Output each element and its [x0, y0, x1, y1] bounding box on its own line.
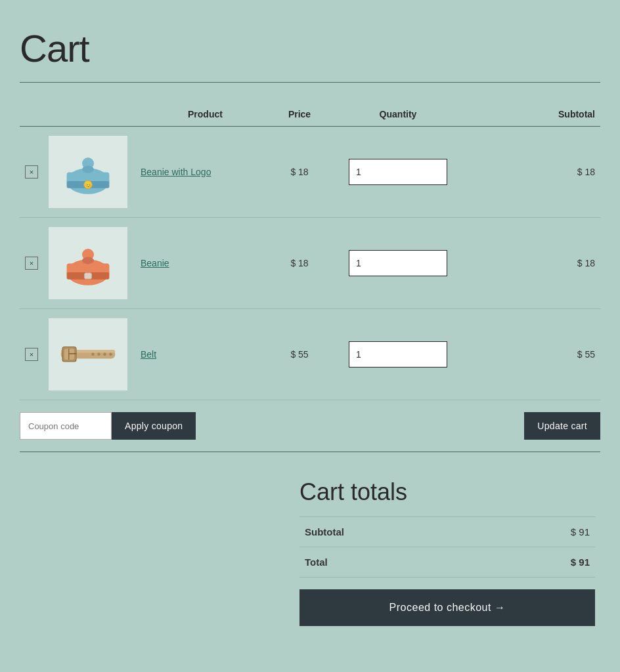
- top-divider: [20, 82, 600, 83]
- remove-button-3[interactable]: ×: [25, 348, 38, 361]
- col-header-quantity: Quantity: [332, 102, 464, 127]
- quantity-input-3[interactable]: [349, 341, 447, 368]
- subtotal-3: $ 55: [577, 349, 595, 360]
- col-header-remove: [20, 102, 43, 127]
- coupon-input[interactable]: [20, 412, 112, 440]
- total-label: Total: [299, 547, 485, 578]
- svg-point-21: [103, 352, 106, 356]
- subtotal-value: $ 91: [485, 517, 595, 547]
- col-header-image: [43, 102, 135, 127]
- price-cell-1: $ 18: [267, 127, 332, 218]
- svg-text:😊: 😊: [85, 182, 91, 188]
- quantity-input-1[interactable]: [349, 159, 447, 185]
- remove-button-2[interactable]: ×: [25, 257, 38, 270]
- col-header-price: Price: [267, 102, 332, 127]
- product-image-belt: [58, 327, 118, 383]
- product-image-wrap-2: [49, 227, 127, 299]
- product-image-wrap-3: [49, 318, 127, 390]
- subtotal-cell-3: $ 55: [464, 309, 600, 400]
- quantity-cell-3: [332, 309, 464, 400]
- product-link-3[interactable]: Belt: [141, 349, 156, 360]
- table-row: ×: [20, 309, 600, 400]
- product-name-cell-3: Belt: [135, 309, 267, 400]
- product-name-cell-2: Beanie: [135, 218, 267, 309]
- apply-coupon-button[interactable]: Apply coupon: [112, 412, 196, 440]
- remove-cell-2: ×: [20, 218, 43, 309]
- price-cell-2: $ 18: [267, 218, 332, 309]
- image-cell-3: [43, 309, 135, 400]
- svg-point-11: [82, 257, 94, 264]
- product-link-1[interactable]: Beanie with Logo: [141, 167, 211, 177]
- svg-point-20: [97, 352, 100, 356]
- table-row: ×: [20, 218, 600, 309]
- svg-point-22: [109, 352, 112, 356]
- product-image-beanie-logo: 😊: [58, 144, 118, 200]
- price-3: $ 55: [290, 349, 308, 360]
- col-header-subtotal: Subtotal: [464, 102, 600, 127]
- svg-point-4: [82, 165, 94, 173]
- image-cell-1: 😊: [43, 127, 135, 218]
- col-header-product: Product: [135, 102, 267, 127]
- update-cart-button[interactable]: Update cart: [524, 412, 600, 440]
- total-row: Total $ 91: [299, 547, 595, 578]
- remove-cell-1: ×: [20, 127, 43, 218]
- quantity-cell-2: [332, 218, 464, 309]
- totals-table: Subtotal $ 91 Total $ 91: [299, 516, 595, 578]
- remove-button-1[interactable]: ×: [25, 165, 38, 178]
- page-title: Cart: [20, 26, 600, 70]
- remove-cell-3: ×: [20, 309, 43, 400]
- subtotal-label: Subtotal: [299, 517, 485, 547]
- price-1: $ 18: [290, 167, 308, 177]
- image-cell-2: [43, 218, 135, 309]
- price-2: $ 18: [290, 258, 308, 268]
- cart-totals-inner: Cart totals Subtotal $ 91 Total $ 91 Pro…: [299, 478, 595, 626]
- cart-table: Product Price Quantity Subtotal ×: [20, 102, 600, 400]
- subtotal-row: Subtotal $ 91: [299, 517, 595, 547]
- product-image-beanie: [58, 236, 118, 291]
- price-cell-3: $ 55: [267, 309, 332, 400]
- cart-totals-title: Cart totals: [299, 478, 595, 506]
- total-value: $ 91: [485, 547, 595, 578]
- subtotal-cell-1: $ 18: [464, 127, 600, 218]
- subtotal-cell-2: $ 18: [464, 218, 600, 309]
- svg-point-19: [91, 352, 95, 356]
- cart-totals-section: Cart totals Subtotal $ 91 Total $ 91 Pro…: [20, 478, 600, 626]
- subtotal-1: $ 18: [577, 167, 595, 177]
- svg-rect-12: [85, 272, 92, 278]
- table-row: ×: [20, 127, 600, 218]
- cart-actions: Apply coupon Update cart: [20, 400, 600, 452]
- quantity-cell-1: [332, 127, 464, 218]
- product-link-2[interactable]: Beanie: [141, 258, 169, 268]
- product-image-wrap-1: 😊: [49, 136, 127, 208]
- product-name-cell-1: Beanie with Logo: [135, 127, 267, 218]
- checkout-button[interactable]: Proceed to checkout →: [299, 589, 595, 626]
- subtotal-2: $ 18: [577, 258, 595, 268]
- coupon-section: Apply coupon: [20, 412, 196, 440]
- quantity-input-2[interactable]: [349, 250, 447, 276]
